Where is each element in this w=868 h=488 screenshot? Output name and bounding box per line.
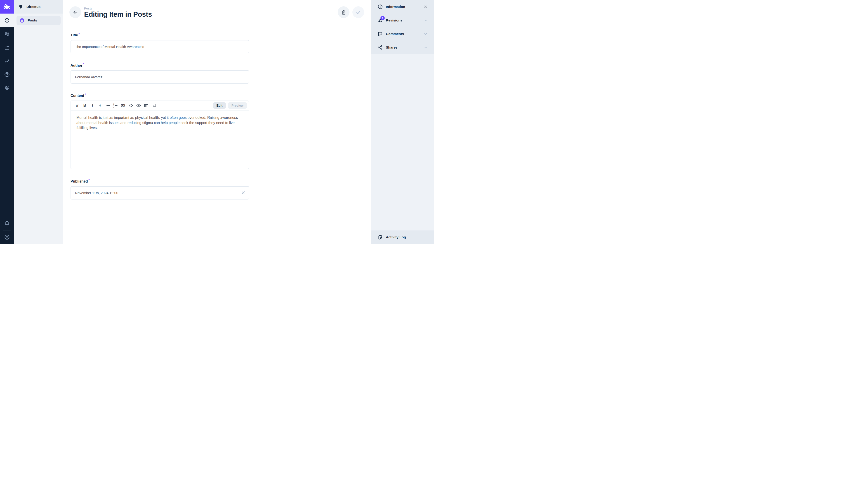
strikethrough-icon: T bbox=[99, 103, 101, 107]
author-input[interactable] bbox=[70, 70, 249, 84]
field-published: Published* bbox=[70, 179, 249, 199]
image-icon bbox=[151, 103, 157, 108]
field-author: Author* bbox=[70, 63, 249, 84]
bullet-list-icon bbox=[105, 103, 111, 108]
sidebar-section-label: Comments bbox=[386, 32, 404, 36]
sidebar-section-label: Revisions bbox=[386, 18, 402, 22]
activity-log-label: Activity Log bbox=[386, 235, 406, 239]
chevron-down-icon bbox=[423, 18, 428, 23]
field-content: Content* tT B I T bbox=[70, 93, 249, 169]
chevron-down-icon bbox=[423, 45, 428, 50]
image-button[interactable] bbox=[150, 102, 158, 109]
revisions-icon: 1 bbox=[377, 18, 383, 23]
code-button[interactable] bbox=[127, 102, 135, 109]
right-sidebar: Information 1 Revisions bbox=[371, 0, 434, 244]
bold-button[interactable]: B bbox=[81, 102, 89, 109]
project-name: Directus bbox=[26, 5, 40, 9]
title-input[interactable] bbox=[70, 40, 249, 53]
notifications-button[interactable] bbox=[0, 217, 14, 230]
comment-icon bbox=[377, 31, 383, 37]
tab-preview[interactable]: Preview bbox=[228, 102, 247, 109]
field-author-label: Author* bbox=[70, 63, 249, 68]
table-icon bbox=[144, 103, 149, 108]
content-text: Mental health is just as important as ph… bbox=[76, 115, 243, 131]
editor-mode-tabs: Edit Preview bbox=[213, 102, 247, 109]
breadcrumb[interactable]: Posts bbox=[84, 7, 152, 10]
module-files[interactable] bbox=[0, 41, 14, 54]
published-input-wrap bbox=[70, 186, 249, 199]
folder-icon bbox=[4, 44, 10, 51]
close-sidebar-button[interactable] bbox=[423, 4, 428, 9]
module-bar-spacer bbox=[0, 95, 14, 217]
sidebar-sections: Information 1 Revisions bbox=[371, 0, 434, 54]
table-button[interactable] bbox=[143, 102, 150, 109]
field-title: Title* bbox=[70, 33, 249, 53]
editor-textarea[interactable]: Mental health is just as important as ph… bbox=[71, 110, 249, 169]
directus-rabbit-icon bbox=[3, 3, 11, 11]
bold-icon: B bbox=[84, 103, 86, 108]
avatar-icon bbox=[4, 234, 10, 240]
user-avatar-button[interactable] bbox=[0, 230, 14, 244]
main-content: Posts Editing Item in Posts bbox=[63, 0, 371, 244]
sidebar-section-information[interactable]: Information bbox=[371, 0, 434, 13]
sidebar-section-shares[interactable]: Shares bbox=[371, 41, 434, 54]
required-asterisk: * bbox=[85, 93, 86, 96]
database-icon bbox=[20, 18, 25, 23]
help-icon bbox=[4, 72, 10, 77]
directus-logo[interactable] bbox=[0, 0, 14, 13]
field-title-label: Title* bbox=[70, 33, 249, 37]
nav-item-posts[interactable]: Posts bbox=[17, 16, 61, 25]
activity-log-icon bbox=[377, 234, 383, 240]
field-content-label: Content* bbox=[70, 93, 249, 98]
page-title: Editing Item in Posts bbox=[84, 10, 152, 19]
sidebar-section-label: Shares bbox=[386, 45, 398, 50]
activity-log-button[interactable]: Activity Log bbox=[371, 230, 434, 244]
nav-item-label: Posts bbox=[28, 18, 37, 22]
gear-icon bbox=[4, 85, 10, 91]
fan-icon bbox=[18, 4, 24, 9]
info-icon bbox=[377, 4, 383, 9]
chevron-down-icon bbox=[423, 31, 428, 36]
svg-text:3: 3 bbox=[114, 106, 114, 108]
header-actions bbox=[338, 6, 364, 18]
heading-button[interactable]: tT bbox=[73, 102, 81, 109]
trash-icon bbox=[341, 9, 346, 15]
numbered-list-icon: 1 2 3 bbox=[113, 103, 118, 108]
clear-date-button[interactable] bbox=[241, 190, 246, 195]
italic-icon: I bbox=[92, 103, 93, 108]
module-insights[interactable] bbox=[0, 54, 14, 68]
users-icon bbox=[4, 31, 10, 37]
delete-button[interactable] bbox=[338, 6, 349, 18]
module-content[interactable] bbox=[0, 13, 14, 27]
revisions-count-badge: 1 bbox=[380, 16, 385, 20]
required-asterisk: * bbox=[88, 179, 90, 182]
nav-sidebar: Directus Posts bbox=[14, 0, 63, 244]
module-users[interactable] bbox=[0, 27, 14, 41]
numbered-list-button[interactable]: 1 2 3 bbox=[112, 102, 119, 109]
check-icon bbox=[355, 9, 362, 15]
sidebar-section-revisions[interactable]: 1 Revisions bbox=[371, 13, 434, 27]
arrow-left-icon bbox=[72, 9, 78, 15]
published-input[interactable] bbox=[70, 186, 249, 199]
item-form: Title* Author* Content* tT B I T bbox=[70, 33, 249, 199]
strikethrough-button[interactable]: T bbox=[96, 102, 104, 109]
required-asterisk: * bbox=[83, 63, 84, 66]
sidebar-section-label: Information bbox=[386, 5, 405, 9]
link-button[interactable] bbox=[135, 102, 143, 109]
header-titles: Posts Editing Item in Posts bbox=[84, 6, 152, 19]
module-help[interactable] bbox=[0, 68, 14, 81]
code-icon bbox=[128, 103, 133, 108]
module-settings[interactable] bbox=[0, 81, 14, 95]
link-icon bbox=[136, 103, 141, 108]
save-button[interactable] bbox=[352, 6, 364, 18]
field-published-label: Published* bbox=[70, 179, 249, 184]
bullet-list-button[interactable] bbox=[104, 102, 112, 109]
italic-button[interactable]: I bbox=[89, 102, 96, 109]
back-button[interactable] bbox=[69, 6, 81, 18]
blockquote-button[interactable]: 99 bbox=[119, 102, 127, 109]
tab-edit[interactable]: Edit bbox=[213, 102, 226, 109]
sidebar-section-comments[interactable]: Comments bbox=[371, 27, 434, 41]
required-asterisk: * bbox=[79, 33, 80, 36]
sidebar-empty-area bbox=[371, 54, 434, 230]
project-header[interactable]: Directus bbox=[14, 0, 63, 13]
